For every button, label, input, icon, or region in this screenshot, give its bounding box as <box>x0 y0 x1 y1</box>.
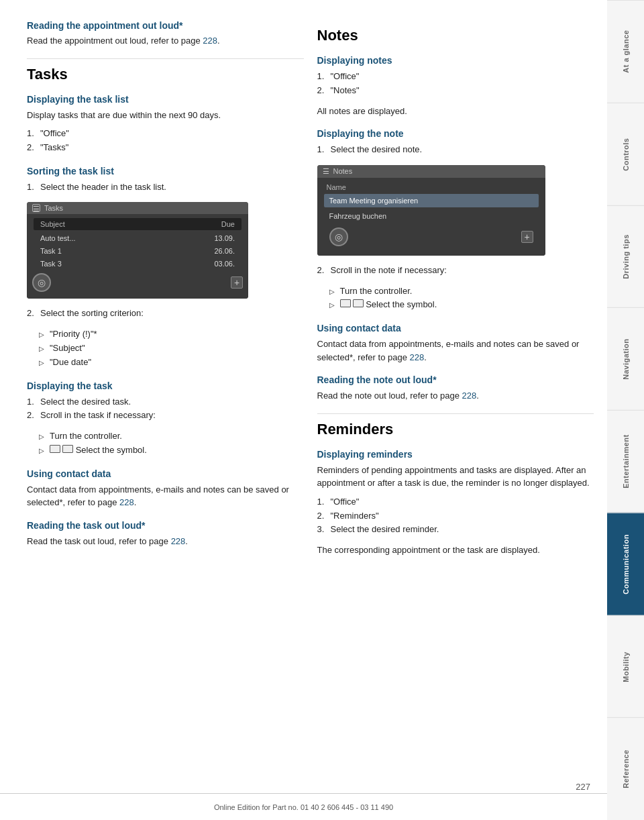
page-footer: Online Edition for Part no. 01 40 2 606 … <box>0 793 607 820</box>
notes-titlebar: ☰ Notes <box>317 165 545 178</box>
table-row: Auto test... 13.09. <box>34 232 241 244</box>
notes-screen: ☰ Notes Name Team Meeting organisieren F… <box>317 165 545 256</box>
table-row: Task 3 03.06. <box>34 258 241 270</box>
sorting-step1: 1.Select the header in the task list. <box>27 181 304 195</box>
screen-titlebar-icon: ☰ <box>32 204 40 212</box>
sym-icon-2 <box>62 445 73 453</box>
screen-titlebar: ☰ Tasks <box>27 202 248 214</box>
nav-circle: ◎ <box>329 227 348 246</box>
nav-circle: ◎ <box>32 273 51 292</box>
sidebar-tab-at-a-glance[interactable]: At a glance <box>607 0 644 103</box>
reading-note-link[interactable]: 228 <box>462 391 477 401</box>
sidebar-tab-mobility[interactable]: Mobility <box>607 615 644 718</box>
left-contact-link[interactable]: 228 <box>119 497 134 507</box>
symbol-icons <box>340 299 364 307</box>
list-item: 2.Select the sorting criterion: <box>27 307 304 321</box>
page-container: Reading the appointment out loud* Read t… <box>0 0 644 820</box>
sidebar-tab-driving-tips[interactable]: Driving tips <box>607 205 644 308</box>
list-item: 2."Reminders" <box>317 509 594 523</box>
sidebar-tab-reference[interactable]: Reference <box>607 717 644 820</box>
sidebar-tab-communication[interactable]: Communication <box>607 513 644 615</box>
displaying-note-steps: 1.Select the desired note. <box>317 143 594 157</box>
displaying-note-heading: Displaying the note <box>317 128 594 139</box>
sorting-step2-list: 2.Select the sorting criterion: <box>27 307 304 321</box>
notes-name-label: Name <box>324 183 539 191</box>
list-item: Turn the controller. <box>329 285 594 299</box>
list-item: "Priority (!)"* <box>39 327 304 342</box>
displaying-task-bullets: Turn the controller. Select the symbol. <box>39 429 304 458</box>
screen-titlebar-label: Tasks <box>44 204 63 212</box>
list-item: 2."Notes" <box>317 84 594 98</box>
page-number: 227 <box>576 782 590 792</box>
list-item: "Subject" <box>39 342 304 356</box>
displaying-reminders-text: Reminders of pending appointments and ta… <box>317 464 594 490</box>
displaying-notes-heading: Displaying notes <box>317 55 594 66</box>
appointment-section: Reading the appointment out loud* Read t… <box>27 20 304 48</box>
right-contact-link[interactable]: 228 <box>410 352 425 362</box>
list-item: 2.Scroll in the note if necessary: <box>317 264 594 278</box>
left-using-contact-text: Contact data from appointments, e-mails … <box>27 483 304 509</box>
sorting-task-list-heading: Sorting the task list <box>27 166 304 176</box>
notes-controls: ◎ + <box>324 225 539 250</box>
list-item: 1."Office" <box>317 495 594 509</box>
list-item: "Due date" <box>39 356 304 370</box>
displaying-reminders-heading: Displaying reminders <box>317 449 594 460</box>
list-item: 1."Office" <box>317 70 594 84</box>
reading-task-loud-heading: Reading the task out loud* <box>27 520 304 531</box>
reminders-steps: 1."Office" 2."Reminders" 3.Select the de… <box>317 495 594 537</box>
list-item: 3.Select the desired reminder. <box>317 523 594 537</box>
sidebar-tab-entertainment[interactable]: Entertainment <box>607 410 644 513</box>
table-row: Task 1 26.06. <box>34 245 241 257</box>
col-subject-header: Subject <box>40 220 170 228</box>
reminders-note: The corresponding appointment or the tas… <box>317 544 594 557</box>
screen-body: Subject Due Auto test... 13.09. Task 1 2… <box>27 214 248 299</box>
list-item: 1.Select the header in the task list. <box>27 181 304 195</box>
notes-title: Notes <box>317 27 594 44</box>
col-due-header: Due <box>170 220 235 228</box>
list-item: 2.Scroll in the task if necessary: <box>27 409 304 423</box>
plus-btn: + <box>521 231 533 243</box>
right-using-contact-heading: Using contact data <box>317 323 594 334</box>
list-item: Select the symbol. <box>39 444 304 458</box>
main-content: Reading the appointment out loud* Read t… <box>0 0 607 820</box>
list-item: Select the symbol. <box>329 298 594 312</box>
screen-col-header: Subject Due <box>34 218 241 230</box>
display-task-list-desc: Display tasks that are due within the ne… <box>27 109 304 122</box>
display-task-list-steps: 1."Office" 2."Tasks" <box>27 127 304 155</box>
screen-controls: ◎ + <box>27 270 248 295</box>
reading-task-loud-text: Read the task out loud, refer to page 22… <box>27 535 304 548</box>
sym-icon-1 <box>50 445 60 453</box>
sym-icon-1 <box>340 299 351 307</box>
displaying-task-heading: Displaying the task <box>27 380 304 391</box>
appointment-heading: Reading the appointment out loud* <box>27 20 304 31</box>
list-item: 2."Tasks" <box>27 141 304 155</box>
divider1 <box>27 58 304 59</box>
right-using-contact-text: Contact data from appointments, e-mails … <box>317 338 594 364</box>
notes-item-selected: Team Meeting organisieren <box>324 194 539 207</box>
reminders-title: Reminders <box>317 421 594 438</box>
list-item: 1.Select the desired note. <box>317 143 594 157</box>
sorting-bullets: "Priority (!)"* "Subject" "Due date" <box>39 327 304 369</box>
sidebar-tab-navigation[interactable]: Navigation <box>607 307 644 410</box>
scroll-note-step2-list: 2.Scroll in the note if necessary: <box>317 264 594 278</box>
reading-task-link[interactable]: 228 <box>171 536 186 546</box>
appointment-link[interactable]: 228 <box>203 36 217 46</box>
left-column: Reading the appointment out loud* Read t… <box>27 20 304 780</box>
reading-note-loud-text: Read the note out loud, refer to page 22… <box>317 389 594 403</box>
notes-item: Fahrzeug buchen <box>324 209 539 223</box>
tasks-title: Tasks <box>27 66 304 83</box>
display-task-list-heading: Displaying the task list <box>27 94 304 105</box>
list-item: 1.Select the desired task. <box>27 395 304 409</box>
divider2 <box>317 413 594 414</box>
reading-note-loud-heading: Reading the note out loud* <box>317 374 594 385</box>
notes-titlebar-icon: ☰ <box>323 167 329 176</box>
plus-button: + <box>231 276 243 289</box>
list-item: Turn the controller. <box>39 429 304 444</box>
sidebar-tab-controls[interactable]: Controls <box>607 103 644 205</box>
notes-body: Name Team Meeting organisieren Fahrzeug … <box>317 178 545 256</box>
left-using-contact-heading: Using contact data <box>27 468 304 479</box>
task-screen: ☰ Tasks Subject Due Auto test... 13.09. … <box>27 202 248 299</box>
displaying-task-steps: 1.Select the desired task. 2.Scroll in t… <box>27 395 304 423</box>
sym-icon-2 <box>353 299 364 307</box>
sidebar: At a glance Controls Driving tips Naviga… <box>607 0 644 820</box>
